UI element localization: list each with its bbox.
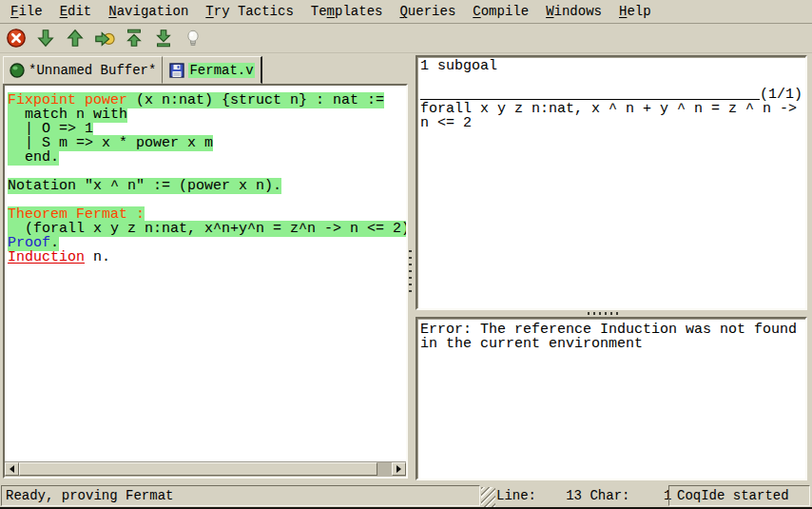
save-icon bbox=[169, 63, 184, 78]
scroll-right-button[interactable] bbox=[392, 462, 406, 476]
tab-bar: *Unnamed Buffer* Fermat.v bbox=[3, 56, 262, 84]
horizontal-scrollbar bbox=[5, 461, 406, 477]
resize-grip[interactable] bbox=[481, 487, 495, 507]
status-lamp-button[interactable] bbox=[182, 27, 204, 49]
step-forward-button[interactable] bbox=[34, 27, 57, 49]
triangle-left-icon bbox=[6, 465, 14, 473]
coqide-window: { "colors": { "chrome_bg": "#d6d2c2", "p… bbox=[0, 0, 812, 509]
line-label: Line: bbox=[496, 485, 536, 506]
tab-fermat-v[interactable]: Fermat.v bbox=[163, 56, 261, 84]
goto-end-button[interactable] bbox=[152, 27, 175, 49]
messages-pane[interactable]: Error: The reference Induction was not f… bbox=[416, 317, 807, 480]
menu-windows[interactable]: Windows bbox=[537, 2, 610, 21]
menu-help[interactable]: Help bbox=[610, 2, 660, 21]
goal-statement: forall x y z n:nat, x ^ n + y ^ n = z ^ … bbox=[420, 102, 802, 130]
menu-bar: FileEditNavigationTry TacticsTemplatesQu… bbox=[0, 0, 812, 24]
code-line[interactable] bbox=[8, 165, 406, 179]
scroll-left-button[interactable] bbox=[5, 462, 19, 476]
lightbulb-icon bbox=[184, 28, 203, 49]
menu-navigation[interactable]: Navigation bbox=[100, 2, 197, 21]
code-line[interactable]: | S m => x * power x m bbox=[8, 136, 406, 150]
code-line[interactable]: (forall x y z n:nat, x^n+y^n = z^n -> n … bbox=[8, 222, 406, 236]
char-number: 1 bbox=[629, 485, 671, 506]
code-line[interactable]: Fixpoint power (x n:nat) {struct n} : na… bbox=[8, 93, 406, 108]
char-label: Char: bbox=[590, 485, 629, 506]
app-status: CoqIde started bbox=[668, 485, 810, 506]
code-line[interactable]: Notation "x ^ n" := (power x n). bbox=[8, 179, 406, 193]
menu-try-tactics[interactable]: Try Tactics bbox=[197, 2, 301, 21]
scrollbar-thumb[interactable] bbox=[19, 462, 377, 476]
lamp-icon bbox=[10, 63, 25, 78]
code-line[interactable]: Theorem Fermat : bbox=[8, 207, 406, 222]
goto-cursor-button[interactable] bbox=[93, 27, 116, 49]
menu-edit[interactable]: Edit bbox=[51, 2, 101, 21]
menu-templates[interactable]: Templates bbox=[302, 2, 392, 21]
tab-label: *Unnamed Buffer* bbox=[29, 63, 156, 78]
triangle-right-icon bbox=[396, 465, 405, 473]
code-line[interactable]: Proof. bbox=[8, 236, 406, 250]
stop-button[interactable] bbox=[5, 27, 28, 49]
stop-icon bbox=[6, 28, 27, 49]
arrow-down-bar-icon bbox=[153, 28, 174, 49]
separator-line bbox=[420, 99, 760, 100]
goal-index: (1/1) bbox=[760, 88, 802, 102]
arrow-into-ball-icon bbox=[93, 28, 116, 49]
subgoal-count: 1 subgoal bbox=[420, 59, 802, 73]
goal-separator: (1/1) bbox=[420, 88, 802, 102]
arrow-down-icon bbox=[35, 28, 56, 49]
line-number: 13 bbox=[536, 485, 582, 506]
menu-file[interactable]: File bbox=[2, 2, 51, 21]
step-backward-button[interactable] bbox=[64, 27, 87, 49]
goto-start-button[interactable] bbox=[123, 27, 145, 49]
menu-compile[interactable]: Compile bbox=[464, 2, 537, 21]
vertical-splitter-handle[interactable] bbox=[409, 250, 412, 294]
horizontal-splitter-handle[interactable] bbox=[588, 312, 622, 315]
code-line[interactable]: match n with bbox=[8, 108, 406, 122]
tab-unnamed-buffer[interactable]: *Unnamed Buffer* bbox=[3, 56, 163, 84]
code-line[interactable]: Induction n. bbox=[8, 250, 406, 264]
goals-pane[interactable]: 1 subgoal (1/1) forall x y z n:nat, x ^ … bbox=[416, 55, 807, 310]
code-line[interactable]: | O => 1 bbox=[8, 122, 406, 136]
status-message: Ready, proving Fermat bbox=[1, 485, 480, 506]
code-line[interactable] bbox=[8, 193, 406, 207]
tab-label: Fermat.v bbox=[188, 63, 254, 78]
arrow-up-icon bbox=[65, 28, 86, 49]
status-bar: Ready, proving Fermat Line: 13 Char: 1 C… bbox=[0, 483, 812, 507]
error-message: Error: The reference Induction was not f… bbox=[420, 323, 802, 351]
arrow-up-bar-icon bbox=[124, 28, 145, 49]
script-editor-pane: Fixpoint power (x n:nat) {struct n} : na… bbox=[3, 84, 408, 479]
code-line[interactable]: end. bbox=[8, 150, 406, 165]
editor-content[interactable]: Fixpoint power (x n:nat) {struct n} : na… bbox=[5, 86, 406, 462]
menu-queries[interactable]: Queries bbox=[391, 2, 464, 21]
toolbar bbox=[0, 24, 812, 53]
cursor-position: Line: 13 Char: 1 bbox=[496, 485, 673, 506]
